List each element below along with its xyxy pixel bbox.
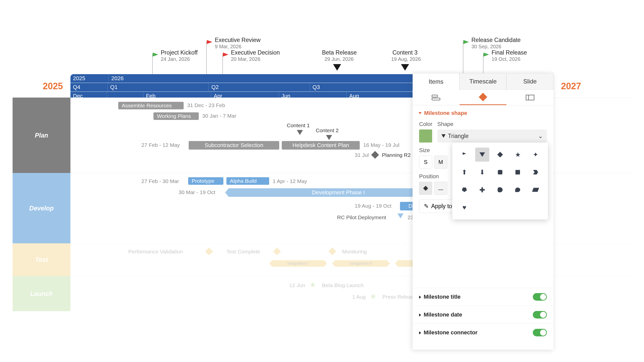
tab-slide[interactable]: Slide: [506, 73, 553, 90]
star-icon[interactable]: ★: [370, 292, 377, 301]
section-milestone-connector[interactable]: Milestone connector: [413, 324, 553, 341]
section-milestone-date[interactable]: Milestone date: [413, 306, 553, 324]
lane-header: Test: [13, 243, 70, 276]
toggle-switch[interactable]: [533, 311, 547, 319]
shape-plus[interactable]: [475, 183, 489, 197]
shape-squircle[interactable]: [493, 183, 507, 197]
task-bar[interactable]: Integration II: [332, 260, 390, 267]
diamond-icon[interactable]: [328, 247, 336, 255]
shape-heart[interactable]: ♥: [457, 200, 471, 214]
timescale-cell[interactable]: Feb: [143, 92, 211, 98]
svg-rect-1: [432, 98, 440, 100]
milestone-title: Beta Release: [322, 49, 357, 56]
triangle-down-icon[interactable]: [297, 130, 303, 135]
lane-header: Plan: [13, 98, 70, 173]
subtab-milestone-icon[interactable]: [460, 90, 507, 105]
milestone-date: 12 Jun: [289, 282, 305, 288]
size-button-s[interactable]: S: [419, 156, 432, 169]
star-icon[interactable]: ★: [309, 280, 316, 289]
section-milestone-title[interactable]: Milestone title: [413, 288, 553, 306]
diamond-icon[interactable]: [371, 151, 379, 159]
shape-diamond[interactable]: [493, 148, 507, 162]
task-bar[interactable]: Integration I: [269, 260, 327, 267]
toggle-switch[interactable]: [533, 293, 547, 301]
shape-arrow-down[interactable]: ⬇: [475, 165, 489, 179]
lane-header: Launch: [13, 276, 70, 311]
timescale-cell[interactable]: Q1: [108, 83, 209, 92]
milestone-label: Performance Validation: [128, 249, 183, 255]
shape-rounded-square[interactable]: [493, 165, 507, 179]
task-bar[interactable]: Assemble Resources: [118, 102, 184, 109]
task-dates: 16 May - 19 Jul: [363, 142, 399, 148]
timescale-cell[interactable]: Q4: [70, 83, 108, 92]
field-label: Color: [419, 121, 432, 127]
flag-icon: [484, 53, 489, 57]
task-dates: 30 Jan - 7 Mar: [202, 113, 236, 119]
timescale-cell[interactable]: 2025: [70, 74, 109, 83]
shape-dropdown[interactable]: Triangle ⌄: [437, 129, 547, 143]
milestone-label: Content 1: [287, 122, 310, 128]
milestone-title: Release Candidate: [471, 37, 521, 43]
diamond-icon[interactable]: [273, 247, 281, 255]
size-button-m[interactable]: M: [434, 156, 447, 169]
year-label-left: 2025: [43, 81, 63, 92]
milestone-date: 20 Mar, 2026: [231, 56, 260, 62]
milestone-label: Monitoring: [342, 249, 367, 255]
milestone-date: 29 Jun, 2026: [325, 56, 354, 62]
milestone-label: Press Release: [382, 294, 417, 300]
shape-flag[interactable]: [457, 148, 471, 162]
field-label: Shape: [437, 121, 547, 127]
diamond-icon[interactable]: [205, 247, 213, 255]
timescale-cell[interactable]: Apr: [211, 92, 279, 98]
flag-icon: [207, 40, 212, 44]
milestone-title: Executive Review: [215, 37, 261, 43]
flag-icon: [463, 40, 469, 44]
shape-star[interactable]: ★: [511, 148, 525, 162]
color-picker[interactable]: [419, 129, 432, 143]
shape-burst[interactable]: ✦: [529, 148, 543, 162]
task-bar[interactable]: Subcontractor Selection: [189, 141, 279, 150]
triangle-down-icon[interactable]: [397, 213, 404, 218]
position-button-on[interactable]: [419, 182, 432, 195]
timescale-cell[interactable]: Dec: [70, 92, 107, 98]
shape-arrow-up[interactable]: ⬆: [457, 165, 471, 179]
shape-triangle-down[interactable]: [475, 148, 489, 162]
task-dates: 30 Mar - 19 Oct: [179, 189, 215, 195]
timescale-cell[interactable]: Q2: [209, 83, 310, 92]
milestone-date: 19 Oct, 2026: [492, 56, 520, 62]
task-dates: 31 Dec - 23 Feb: [187, 102, 225, 108]
tab-timescale[interactable]: Timescale: [460, 73, 507, 90]
task-dates: 27 Feb - 12 May: [141, 142, 180, 148]
position-button-above[interactable]: [434, 182, 447, 195]
timescale-cell[interactable]: [107, 92, 143, 98]
triangle-down-icon[interactable]: [326, 135, 332, 140]
task-bar[interactable]: Prototype: [188, 177, 223, 185]
style-panel: Items Timescale Slide Milestone shape Co…: [413, 73, 553, 350]
timescale-cell[interactable]: Aug: [347, 92, 414, 98]
milestone-title: Final Release: [492, 49, 527, 56]
shape-chevron[interactable]: [529, 165, 543, 179]
shape-parallelogram[interactable]: [529, 183, 543, 197]
triangle-down-icon: [333, 64, 341, 71]
toggle-switch[interactable]: [533, 329, 547, 336]
shape-pentagon[interactable]: [457, 183, 471, 197]
task-bar[interactable]: Alpha Build: [226, 177, 269, 185]
milestone-flags-area: Project Kickoff 24 Jan, 2026 Executive R…: [86, 25, 553, 74]
triangle-down-icon: [401, 64, 409, 71]
timescale-cell[interactable]: Q3: [310, 83, 411, 92]
section-header[interactable]: Milestone shape: [419, 110, 547, 116]
shape-square[interactable]: [511, 165, 525, 179]
task-bar[interactable]: Helpdesk Content Plan: [282, 141, 360, 150]
milestone-date: 30 Sep, 2026: [471, 44, 501, 50]
milestone-date: 9 Mar, 2026: [215, 44, 242, 50]
shape-blob[interactable]: [511, 183, 525, 197]
subtab-lane-icon[interactable]: [506, 90, 553, 105]
flag-icon: [153, 53, 158, 57]
task-dates: 1 Apr - 12 May: [273, 178, 307, 184]
task-bar[interactable]: Working Plans: [153, 112, 199, 120]
timescale-cell[interactable]: Jun: [279, 92, 347, 98]
milestone-label: Test Complete: [226, 249, 260, 255]
tab-items[interactable]: Items: [413, 73, 460, 90]
milestone-title: Executive Decision: [231, 49, 280, 56]
subtab-task-icon[interactable]: [413, 90, 460, 105]
